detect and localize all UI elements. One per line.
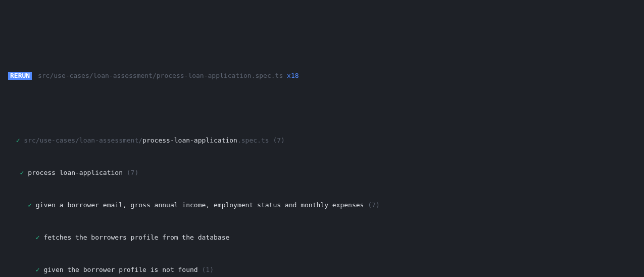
describe-profile-not-found: ✓ given the borrower profile is not foun… — [8, 266, 636, 274]
check-icon: ✓ — [36, 234, 40, 241]
test-fetches-profile: ✓ fetches the borrowers profile from the… — [8, 234, 636, 242]
header-path-prefix: src/use-cases/loan-assessment/ — [38, 72, 157, 79]
rerun-badge: RERUN — [8, 72, 32, 80]
check-icon: ✓ — [20, 169, 24, 176]
header-path-name: process-loan-application — [157, 72, 252, 79]
check-icon: ✓ — [36, 266, 40, 273]
header-path-suffix: .spec.ts — [252, 72, 283, 79]
describe-given-borrower: ✓ given a borrower email, gross annual i… — [8, 201, 636, 209]
check-icon: ✓ — [16, 136, 20, 144]
file-line: ✓ src/use-cases/loan-assessment/process-… — [8, 136, 636, 145]
check-icon: ✓ — [28, 201, 32, 209]
describe-process-loan: ✓ process loan-application (7) — [8, 169, 636, 177]
rerun-count: x18 — [287, 72, 299, 79]
terminal-output: RERUN src/use-cases/loan-assessment/proc… — [0, 40, 644, 277]
rerun-header: RERUN src/use-cases/loan-assessment/proc… — [8, 72, 636, 80]
